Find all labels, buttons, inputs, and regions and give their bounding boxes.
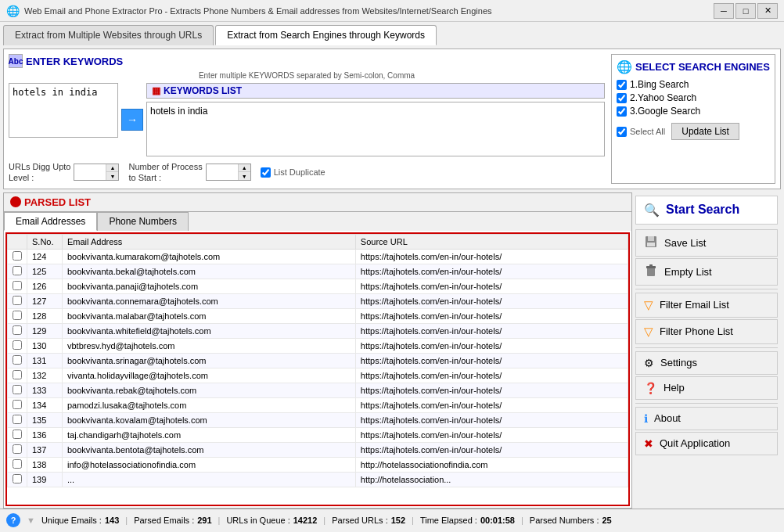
row-checkbox-cell[interactable] bbox=[8, 457, 27, 472]
search-engines-section: 🌐 SELECT SEARCH ENGINES 1.Bing Search 2.… bbox=[611, 54, 775, 184]
engine-checkbox-0[interactable] bbox=[617, 80, 627, 90]
engine-checkbox-2[interactable] bbox=[617, 106, 627, 117]
row-checkbox-cell[interactable] bbox=[8, 353, 27, 368]
close-button[interactable]: ✕ bbox=[757, 3, 778, 19]
list-tabs: Email Addresses Phone Numbers bbox=[4, 212, 631, 231]
row-checkbox-cell[interactable] bbox=[8, 323, 27, 338]
row-url: https://tajhotels.com/en-in/our-hotels/ bbox=[355, 293, 628, 308]
row-checkbox[interactable] bbox=[13, 281, 22, 290]
row-checkbox-cell[interactable] bbox=[8, 279, 27, 293]
start-search-button[interactable]: 🔍 Start Search bbox=[635, 196, 778, 225]
list-duplicate-checkbox[interactable] bbox=[261, 167, 271, 178]
engine-checkbox-1[interactable] bbox=[617, 93, 627, 103]
settings-button[interactable]: ⚙ Settings bbox=[635, 351, 778, 375]
row-checkbox[interactable] bbox=[13, 311, 22, 320]
row-checkbox[interactable] bbox=[13, 370, 22, 379]
add-keyword-button[interactable]: → bbox=[121, 109, 143, 131]
row-checkbox[interactable] bbox=[13, 474, 22, 483]
parsed-list: PARSED LIST Email Addresses Phone Number… bbox=[3, 192, 632, 509]
process-group: Number of Processto Start : 15 ▲ ▼ bbox=[128, 161, 250, 184]
row-checkbox-cell[interactable] bbox=[8, 368, 27, 383]
keyword-textarea[interactable]: hotels in india bbox=[9, 83, 118, 138]
tab-search-engines[interactable]: Extract from Search Engines through Keyw… bbox=[215, 25, 437, 45]
row-checkbox-cell[interactable] bbox=[8, 249, 27, 264]
col-checkbox bbox=[8, 234, 27, 249]
row-checkbox-cell[interactable] bbox=[8, 442, 27, 457]
minimize-button[interactable]: ─ bbox=[714, 3, 734, 19]
row-sno: 136 bbox=[27, 427, 63, 442]
row-checkbox[interactable] bbox=[13, 266, 22, 275]
parsed-numbers-value: 25 bbox=[602, 516, 611, 525]
engines-list: 1.Bing Search 2.Yahoo Search 3.Google Se… bbox=[617, 79, 770, 117]
row-checkbox-cell[interactable] bbox=[8, 308, 27, 323]
urls-digg-down[interactable]: ▼ bbox=[106, 172, 118, 180]
row-email: bookvivanta.srinagar@tajhotels.com bbox=[63, 353, 356, 368]
about-button[interactable]: ℹ About bbox=[635, 407, 778, 430]
row-checkbox[interactable] bbox=[13, 340, 22, 350]
help-status-button[interactable]: ? bbox=[6, 513, 20, 527]
row-checkbox[interactable] bbox=[13, 400, 22, 409]
row-checkbox-cell[interactable] bbox=[8, 427, 27, 442]
filter-phone-button[interactable]: ▽ Filter Phone List bbox=[635, 319, 778, 344]
select-all-label[interactable]: Select All bbox=[617, 127, 665, 137]
help-icon: ❓ bbox=[644, 382, 657, 394]
right-panel: 🔍 Start Search Save List Empty List bbox=[632, 192, 781, 509]
table-row: 132 vivanta.holidayvillage@tajhotels.com… bbox=[8, 368, 628, 383]
row-url: https://tajhotels.com/en-in/our-hotels/ bbox=[355, 368, 628, 383]
process-up[interactable]: ▲ bbox=[238, 164, 250, 172]
help-button[interactable]: ❓ Help bbox=[635, 376, 778, 400]
process-spinner[interactable]: 15 ▲ ▼ bbox=[206, 164, 251, 181]
divider-1 bbox=[635, 289, 778, 289]
save-list-button[interactable]: Save List bbox=[635, 229, 778, 257]
tab-multiple-websites[interactable]: Extract from Multiple Websites through U… bbox=[3, 25, 214, 45]
urls-digg-spinner[interactable]: 3 ▲ ▼ bbox=[74, 164, 119, 181]
row-checkbox[interactable] bbox=[13, 385, 22, 394]
row-checkbox[interactable] bbox=[13, 325, 22, 335]
app-icon: 🌐 bbox=[6, 5, 20, 17]
update-list-button[interactable]: Update List bbox=[671, 123, 739, 140]
urls-digg-input[interactable]: 3 bbox=[74, 164, 106, 180]
row-checkbox-cell[interactable] bbox=[8, 338, 27, 353]
row-checkbox-cell[interactable] bbox=[8, 293, 27, 308]
urls-digg-group: URLs Digg UptoLevel : 3 ▲ ▼ bbox=[9, 161, 119, 184]
maximize-button[interactable]: □ bbox=[735, 3, 756, 19]
engines-title: SELECT SEARCH ENGINES bbox=[635, 61, 770, 73]
row-checkbox-cell[interactable] bbox=[8, 264, 27, 279]
row-checkbox[interactable] bbox=[13, 430, 22, 439]
parsed-urls-item: Parsed URLs : 152 bbox=[332, 516, 405, 525]
quit-label: Quit Application bbox=[660, 437, 730, 449]
urls-queue-label: URLs in Queue : bbox=[226, 516, 290, 525]
row-checkbox-cell[interactable] bbox=[8, 397, 27, 412]
row-checkbox[interactable] bbox=[13, 296, 22, 305]
sep5: | bbox=[521, 516, 523, 525]
tab-email-addresses[interactable]: Email Addresses bbox=[4, 212, 97, 231]
row-checkbox-cell[interactable] bbox=[8, 383, 27, 397]
urls-digg-up[interactable]: ▲ bbox=[106, 164, 118, 172]
empty-list-button[interactable]: Empty List bbox=[635, 258, 778, 286]
row-checkbox[interactable] bbox=[13, 459, 22, 469]
engines-footer: Select All Update List bbox=[617, 123, 770, 140]
table-row: 137 bookvivanta.bentota@tajhotels.com ht… bbox=[8, 442, 628, 457]
row-email: ... bbox=[63, 472, 356, 487]
row-email: bookvivanta.connemara@tajhotels.com bbox=[63, 293, 356, 308]
process-down[interactable]: ▼ bbox=[238, 172, 250, 180]
select-all-checkbox[interactable] bbox=[617, 127, 627, 137]
filter-email-button[interactable]: ▽ Filter Email List bbox=[635, 293, 778, 318]
tab-phone-numbers[interactable]: Phone Numbers bbox=[97, 212, 189, 231]
list-duplicate-label[interactable]: List Duplicate bbox=[261, 167, 325, 178]
row-checkbox[interactable] bbox=[13, 355, 22, 365]
row-email: bookvivanta.rebak@tajhotels.com bbox=[63, 383, 356, 397]
time-elapsed-item: Time Elapsed : 00:01:58 bbox=[420, 516, 515, 525]
svg-rect-2 bbox=[647, 243, 655, 246]
quit-button[interactable]: ✖ Quit Application bbox=[635, 432, 778, 455]
data-table-wrapper[interactable]: S.No. Email Address Source URL 124 bookv… bbox=[5, 232, 630, 506]
keywords-section: Abc ENTER KEYWORDS Enter multiple KEYWOR… bbox=[9, 54, 605, 184]
row-checkbox-cell[interactable] bbox=[8, 472, 27, 487]
process-input[interactable]: 15 bbox=[207, 164, 238, 180]
top-panel: Abc ENTER KEYWORDS Enter multiple KEYWOR… bbox=[3, 49, 781, 189]
row-checkbox-cell[interactable] bbox=[8, 412, 27, 427]
row-checkbox[interactable] bbox=[13, 444, 22, 454]
row-checkbox[interactable] bbox=[13, 251, 22, 261]
row-checkbox[interactable] bbox=[13, 415, 22, 424]
engine-item-2: 3.Google Search bbox=[617, 106, 770, 117]
